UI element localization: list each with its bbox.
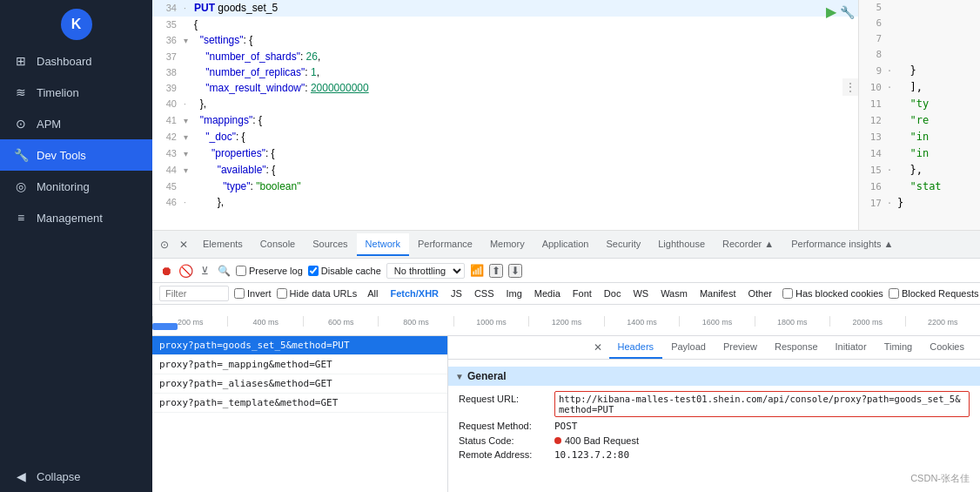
devtools-tab-lighthouse[interactable]: Lighthouse bbox=[649, 233, 714, 256]
right-line-9: 9· } bbox=[859, 63, 980, 79]
code-text-35: { bbox=[194, 17, 198, 32]
remote-address-row: Remote Address: 10.123.7.2:80 bbox=[459, 449, 970, 461]
invert-text: Invert bbox=[247, 288, 272, 299]
filter-type-doc[interactable]: Doc bbox=[599, 287, 627, 300]
disable-cache-checkbox[interactable] bbox=[308, 266, 319, 276]
code-lines: 34·PUT goods_set_535 {36▾ "settings": {3… bbox=[152, 0, 858, 211]
filter-type-media[interactable]: Media bbox=[529, 287, 566, 300]
detail-tab-headers[interactable]: Headers bbox=[609, 336, 663, 359]
clear-button[interactable]: 🚫 bbox=[178, 264, 192, 278]
sidebar-collapse-item[interactable]: ◀ Collapse bbox=[0, 461, 152, 492]
request-method-value: POST bbox=[554, 421, 970, 432]
filter-type-ws[interactable]: WS bbox=[628, 287, 654, 300]
right-text-14: "in bbox=[897, 145, 929, 161]
record-button[interactable]: ⏺ bbox=[159, 264, 173, 278]
preserve-log-text: Preserve log bbox=[249, 266, 303, 276]
detail-tab-initiator[interactable]: Initiator bbox=[827, 336, 876, 359]
hide-data-urls-label[interactable]: Hide data URLs bbox=[277, 288, 358, 299]
section-arrow-icon: ▼ bbox=[455, 372, 464, 381]
general-section-title: General bbox=[467, 370, 507, 382]
code-line-39: 39 "max_result_window": 2000000000 bbox=[152, 80, 858, 96]
filter-type-other[interactable]: Other bbox=[742, 287, 777, 300]
devtools-tab-memory[interactable]: Memory bbox=[481, 233, 534, 256]
request-item-3[interactable]: proxy?path=_aliases&method=GET bbox=[152, 374, 447, 394]
split-pane: proxy?path=goods_set_5&method=PUTproxy?p… bbox=[152, 336, 980, 492]
code-text-43: "properties": { bbox=[194, 145, 275, 161]
sidebar-divider bbox=[0, 233, 152, 461]
request-item-2[interactable]: proxy?path=_mapping&method=GET bbox=[152, 355, 447, 374]
filter-type-font[interactable]: Font bbox=[567, 287, 597, 300]
request-item-4[interactable]: proxy?path=_template&method=GET bbox=[152, 394, 447, 413]
line-fold-44: ▾ bbox=[184, 163, 194, 179]
devtools-tab-recorder--[interactable]: Recorder ▲ bbox=[714, 233, 782, 256]
more-options-button[interactable]: ⋮ bbox=[842, 78, 858, 96]
detail-tab-payload[interactable]: Payload bbox=[662, 336, 715, 359]
sidebar-item-devtools[interactable]: 🔧Dev Tools bbox=[0, 139, 152, 171]
devtools-tab-application[interactable]: Application bbox=[534, 233, 598, 256]
request-url-value[interactable]: http://kibana-malles-test01.shein.com/ap… bbox=[554, 391, 970, 417]
sidebar-item-monitoring[interactable]: ◎Monitoring bbox=[0, 171, 152, 202]
right-text-13: "in bbox=[897, 129, 929, 145]
right-num-13: 13 bbox=[863, 130, 887, 145]
preserve-log-checkbox[interactable] bbox=[236, 266, 246, 276]
devtools-tab-sources[interactable]: Sources bbox=[304, 233, 356, 256]
devtools-icon-btn-2[interactable]: ✕ bbox=[175, 236, 192, 253]
disable-cache-label[interactable]: Disable cache bbox=[308, 266, 381, 276]
filter-type-manifest[interactable]: Manifest bbox=[695, 287, 742, 300]
line-num-44: 44 bbox=[156, 162, 184, 178]
detail-close-btn[interactable]: ✕ bbox=[587, 336, 609, 359]
settings-button[interactable]: 🔧 bbox=[840, 3, 855, 20]
sidebar-item-timelion[interactable]: ≋Timelion bbox=[0, 77, 152, 108]
has-blocked-cookies-label[interactable]: Has blocked cookies bbox=[782, 288, 883, 299]
search-button[interactable]: 🔍 bbox=[217, 264, 231, 278]
filter-type-js[interactable]: JS bbox=[446, 287, 467, 300]
status-code-row: Status Code: 400 Bad Request bbox=[459, 435, 970, 446]
devtools-tab-performance[interactable]: Performance bbox=[409, 233, 481, 256]
devtools-icon-btn-1[interactable]: ⊙ bbox=[156, 236, 173, 253]
remote-address-value: 10.123.7.2:80 bbox=[554, 449, 970, 461]
upload-icon-button[interactable]: ⬆ bbox=[489, 264, 503, 278]
run-button[interactable]: ▶ bbox=[826, 3, 836, 20]
sidebar-item-dashboard[interactable]: ⊞Dashboard bbox=[0, 45, 152, 77]
code-editor-right: 5 6 7 8 9· }10· ],11 "ty12 "re13 "in14 "… bbox=[858, 0, 980, 230]
line-num-38: 38 bbox=[156, 64, 184, 80]
hide-data-urls-checkbox[interactable] bbox=[277, 288, 287, 299]
filter-input[interactable] bbox=[159, 286, 229, 301]
devtools-tab-elements[interactable]: Elements bbox=[194, 233, 252, 256]
detail-tab-timing[interactable]: Timing bbox=[876, 336, 922, 359]
devtools-panel: ⊙ ✕ ElementsConsoleSourcesNetworkPerform… bbox=[152, 231, 980, 492]
detail-tab-response[interactable]: Response bbox=[766, 336, 827, 359]
blocked-requests-checkbox[interactable] bbox=[889, 288, 899, 299]
sidebar-item-apm[interactable]: ⊙APM bbox=[0, 108, 152, 139]
line-fold-34: · bbox=[184, 1, 194, 17]
throttle-select[interactable]: No throttling Fast 3G Slow 3G Offline bbox=[386, 263, 465, 279]
main-content: 34·PUT goods_set_535 {36▾ "settings": {3… bbox=[152, 0, 980, 492]
filter-type-all[interactable]: All bbox=[362, 287, 383, 300]
right-line-5: 5 bbox=[859, 0, 980, 16]
right-num-17: 17 bbox=[863, 196, 887, 212]
invert-checkbox[interactable] bbox=[234, 288, 245, 299]
run-tools: ▶ 🔧 bbox=[826, 3, 855, 20]
right-line-14: 14 "in bbox=[859, 145, 980, 162]
filter-type-img[interactable]: Img bbox=[501, 287, 527, 300]
filter-type-wasm[interactable]: Wasm bbox=[655, 287, 693, 300]
blocked-requests-label[interactable]: Blocked Requests bbox=[889, 288, 979, 299]
detail-tab-preview[interactable]: Preview bbox=[715, 336, 766, 359]
filter-toggle-button[interactable]: ⊻ bbox=[198, 264, 211, 278]
devtools-tab-network[interactable]: Network bbox=[357, 233, 409, 256]
status-dot-icon bbox=[554, 437, 561, 444]
filter-type-fetch-xhr[interactable]: Fetch/XHR bbox=[385, 287, 444, 300]
devtools-tab-security[interactable]: Security bbox=[597, 233, 649, 256]
filter-type-css[interactable]: CSS bbox=[469, 287, 500, 300]
preserve-log-label[interactable]: Preserve log bbox=[236, 266, 303, 276]
devtools-tab-console[interactable]: Console bbox=[252, 233, 304, 256]
right-text-17: } bbox=[897, 195, 903, 211]
has-blocked-cookies-checkbox[interactable] bbox=[782, 288, 793, 299]
sidebar-item-management[interactable]: ≡Management bbox=[0, 202, 152, 233]
request-item-1[interactable]: proxy?path=goods_set_5&method=PUT bbox=[152, 336, 447, 355]
detail-tab-cookies[interactable]: Cookies bbox=[921, 336, 973, 359]
right-fold-10: · bbox=[887, 80, 897, 96]
invert-label[interactable]: Invert bbox=[234, 288, 272, 299]
download-icon-button[interactable]: ⬇ bbox=[508, 264, 522, 278]
devtools-tab-performance-insights--[interactable]: Performance insights ▲ bbox=[782, 233, 902, 256]
